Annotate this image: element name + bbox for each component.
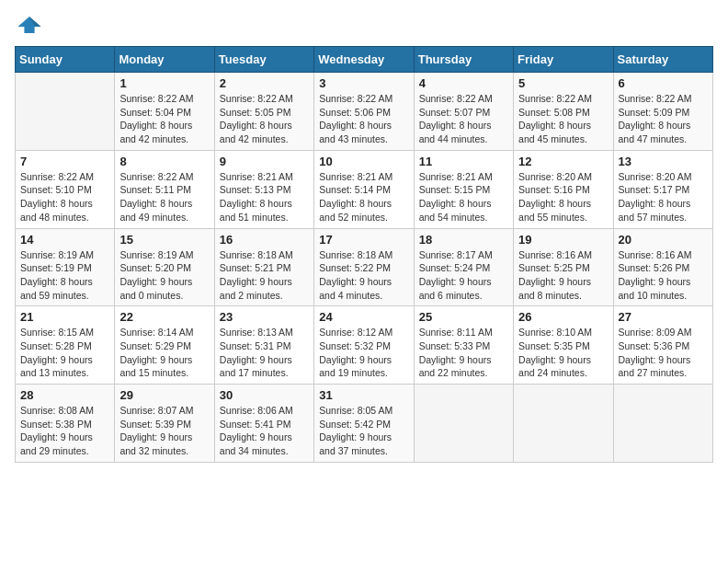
- weekday-header-cell: Tuesday: [214, 47, 313, 73]
- day-number: 9: [220, 155, 309, 168]
- calendar-day-cell: 27Sunrise: 8:09 AMSunset: 5:36 PMDayligh…: [613, 306, 712, 385]
- day-info: Sunrise: 8:22 AMSunset: 5:09 PMDaylight:…: [619, 92, 708, 146]
- calendar-day-cell: [414, 385, 513, 463]
- day-info: Sunrise: 8:07 AMSunset: 5:39 PMDaylight:…: [119, 404, 209, 458]
- day-info: Sunrise: 8:15 AMSunset: 5:28 PMDaylight:…: [20, 326, 109, 380]
- calendar-day-cell: [16, 73, 115, 151]
- day-info: Sunrise: 8:21 AMSunset: 5:15 PMDaylight:…: [419, 170, 508, 224]
- day-number: 11: [419, 155, 508, 168]
- calendar-week-row: 14Sunrise: 8:19 AMSunset: 5:19 PMDayligh…: [16, 228, 713, 306]
- day-number: 4: [419, 76, 508, 90]
- calendar-day-cell: 2Sunrise: 8:22 AMSunset: 5:05 PMDaylight…: [214, 73, 313, 151]
- calendar-day-cell: 20Sunrise: 8:16 AMSunset: 5:26 PMDayligh…: [613, 228, 712, 306]
- calendar-day-cell: 24Sunrise: 8:12 AMSunset: 5:32 PMDayligh…: [314, 306, 414, 385]
- day-number: 29: [119, 388, 209, 402]
- calendar-day-cell: 26Sunrise: 8:10 AMSunset: 5:35 PMDayligh…: [514, 306, 613, 385]
- day-info: Sunrise: 8:22 AMSunset: 5:05 PMDaylight:…: [220, 92, 309, 146]
- calendar-day-cell: 29Sunrise: 8:07 AMSunset: 5:39 PMDayligh…: [115, 385, 214, 463]
- day-number: 15: [119, 233, 209, 247]
- calendar-day-cell: 31Sunrise: 8:05 AMSunset: 5:42 PMDayligh…: [314, 385, 414, 463]
- day-number: 24: [319, 310, 408, 324]
- calendar-week-row: 28Sunrise: 8:08 AMSunset: 5:38 PMDayligh…: [16, 385, 713, 463]
- day-number: 28: [20, 388, 109, 402]
- weekday-header-cell: Saturday: [613, 47, 712, 73]
- day-info: Sunrise: 8:22 AMSunset: 5:10 PMDaylight:…: [20, 170, 109, 224]
- day-info: Sunrise: 8:14 AMSunset: 5:29 PMDaylight:…: [119, 326, 209, 380]
- day-number: 2: [220, 76, 309, 90]
- day-number: 5: [518, 76, 608, 90]
- day-number: 12: [518, 155, 608, 168]
- day-info: Sunrise: 8:13 AMSunset: 5:31 PMDaylight:…: [220, 326, 309, 380]
- day-info: Sunrise: 8:19 AMSunset: 5:20 PMDaylight:…: [119, 248, 209, 303]
- day-info: Sunrise: 8:22 AMSunset: 5:07 PMDaylight:…: [419, 92, 508, 146]
- day-info: Sunrise: 8:21 AMSunset: 5:14 PMDaylight:…: [319, 170, 408, 224]
- calendar-day-cell: 5Sunrise: 8:22 AMSunset: 5:08 PMDaylight…: [514, 73, 613, 151]
- day-number: 19: [518, 233, 608, 247]
- calendar-day-cell: 13Sunrise: 8:20 AMSunset: 5:17 PMDayligh…: [613, 150, 712, 228]
- calendar-day-cell: 11Sunrise: 8:21 AMSunset: 5:15 PMDayligh…: [414, 150, 513, 228]
- day-number: 18: [419, 233, 508, 247]
- weekday-header-cell: Friday: [514, 47, 613, 73]
- day-info: Sunrise: 8:18 AMSunset: 5:21 PMDaylight:…: [220, 248, 309, 303]
- calendar-day-cell: 10Sunrise: 8:21 AMSunset: 5:14 PMDayligh…: [314, 150, 414, 228]
- day-number: 25: [419, 310, 508, 324]
- calendar-week-row: 7Sunrise: 8:22 AMSunset: 5:10 PMDaylight…: [16, 150, 713, 228]
- day-number: 26: [518, 310, 608, 324]
- calendar-day-cell: 12Sunrise: 8:20 AMSunset: 5:16 PMDayligh…: [514, 150, 613, 228]
- calendar-day-cell: 30Sunrise: 8:06 AMSunset: 5:41 PMDayligh…: [214, 385, 313, 463]
- day-number: 1: [119, 76, 209, 90]
- weekday-header-row: SundayMondayTuesdayWednesdayThursdayFrid…: [16, 47, 713, 73]
- calendar-day-cell: 9Sunrise: 8:21 AMSunset: 5:13 PMDaylight…: [214, 150, 313, 228]
- calendar-day-cell: 16Sunrise: 8:18 AMSunset: 5:21 PMDayligh…: [214, 228, 313, 306]
- day-info: Sunrise: 8:08 AMSunset: 5:38 PMDaylight:…: [20, 404, 109, 458]
- calendar-day-cell: 1Sunrise: 8:22 AMSunset: 5:04 PMDaylight…: [115, 73, 214, 151]
- day-info: Sunrise: 8:05 AMSunset: 5:42 PMDaylight:…: [319, 404, 408, 458]
- weekday-header-cell: Thursday: [414, 47, 513, 73]
- day-number: 22: [119, 310, 209, 324]
- day-info: Sunrise: 8:22 AMSunset: 5:04 PMDaylight:…: [119, 92, 209, 146]
- day-number: 17: [319, 233, 408, 247]
- day-number: 16: [220, 233, 309, 247]
- day-number: 23: [220, 310, 309, 324]
- day-number: 8: [119, 155, 209, 168]
- calendar-day-cell: 14Sunrise: 8:19 AMSunset: 5:19 PMDayligh…: [16, 228, 115, 306]
- page-header: [15, 15, 713, 35]
- day-info: Sunrise: 8:22 AMSunset: 5:06 PMDaylight:…: [319, 92, 408, 146]
- day-number: 20: [619, 233, 708, 247]
- calendar-day-cell: 15Sunrise: 8:19 AMSunset: 5:20 PMDayligh…: [115, 228, 214, 306]
- day-number: 13: [619, 155, 708, 168]
- calendar-day-cell: 4Sunrise: 8:22 AMSunset: 5:07 PMDaylight…: [414, 73, 513, 151]
- day-info: Sunrise: 8:17 AMSunset: 5:24 PMDaylight:…: [419, 248, 508, 303]
- calendar-week-row: 1Sunrise: 8:22 AMSunset: 5:04 PMDaylight…: [16, 73, 713, 151]
- day-info: Sunrise: 8:16 AMSunset: 5:26 PMDaylight:…: [619, 248, 708, 303]
- day-number: 3: [319, 76, 408, 90]
- day-number: 27: [619, 310, 708, 324]
- weekday-header-cell: Wednesday: [314, 47, 414, 73]
- day-info: Sunrise: 8:06 AMSunset: 5:41 PMDaylight:…: [220, 404, 309, 458]
- day-number: 31: [319, 388, 408, 402]
- weekday-header-cell: Sunday: [16, 47, 115, 73]
- calendar-day-cell: 8Sunrise: 8:22 AMSunset: 5:11 PMDaylight…: [115, 150, 214, 228]
- day-info: Sunrise: 8:09 AMSunset: 5:36 PMDaylight:…: [619, 326, 708, 380]
- calendar-day-cell: 25Sunrise: 8:11 AMSunset: 5:33 PMDayligh…: [414, 306, 513, 385]
- day-info: Sunrise: 8:19 AMSunset: 5:19 PMDaylight:…: [20, 248, 109, 303]
- day-info: Sunrise: 8:22 AMSunset: 5:08 PMDaylight:…: [518, 92, 608, 146]
- calendar-table: SundayMondayTuesdayWednesdayThursdayFrid…: [15, 46, 713, 463]
- day-number: 30: [220, 388, 309, 402]
- day-info: Sunrise: 8:18 AMSunset: 5:22 PMDaylight:…: [319, 248, 408, 303]
- calendar-day-cell: 7Sunrise: 8:22 AMSunset: 5:10 PMDaylight…: [16, 150, 115, 228]
- day-info: Sunrise: 8:20 AMSunset: 5:17 PMDaylight:…: [619, 170, 708, 224]
- calendar-body: 1Sunrise: 8:22 AMSunset: 5:04 PMDaylight…: [16, 73, 713, 463]
- calendar-day-cell: 28Sunrise: 8:08 AMSunset: 5:38 PMDayligh…: [16, 385, 115, 463]
- day-info: Sunrise: 8:11 AMSunset: 5:33 PMDaylight:…: [419, 326, 508, 380]
- weekday-header-cell: Monday: [115, 47, 214, 73]
- day-info: Sunrise: 8:12 AMSunset: 5:32 PMDaylight:…: [319, 326, 408, 380]
- calendar-day-cell: 3Sunrise: 8:22 AMSunset: 5:06 PMDaylight…: [314, 73, 414, 151]
- logo-icon: [17, 15, 42, 35]
- logo: [15, 15, 44, 35]
- calendar-day-cell: 19Sunrise: 8:16 AMSunset: 5:25 PMDayligh…: [514, 228, 613, 306]
- calendar-week-row: 21Sunrise: 8:15 AMSunset: 5:28 PMDayligh…: [16, 306, 713, 385]
- calendar-day-cell: 21Sunrise: 8:15 AMSunset: 5:28 PMDayligh…: [16, 306, 115, 385]
- calendar-day-cell: 17Sunrise: 8:18 AMSunset: 5:22 PMDayligh…: [314, 228, 414, 306]
- day-number: 7: [20, 155, 109, 168]
